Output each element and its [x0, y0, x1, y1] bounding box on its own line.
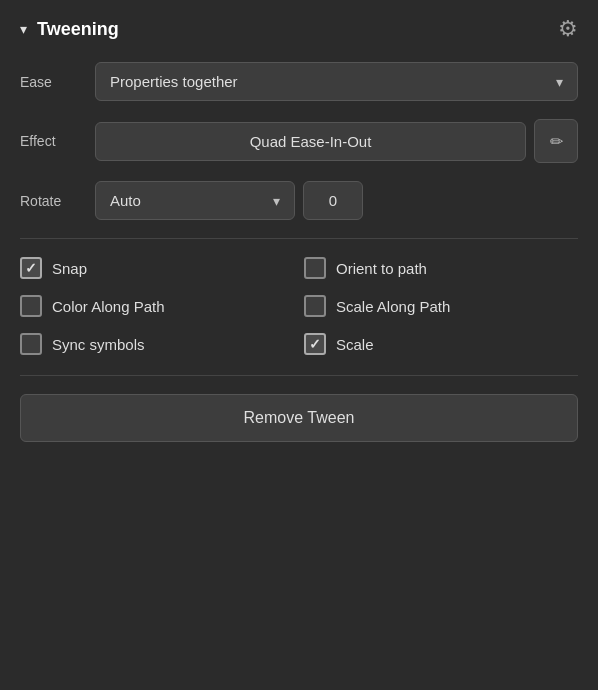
checkmark-scale: ✓ — [309, 336, 321, 352]
panel-header-left: ▾ Tweening — [20, 19, 119, 40]
remove-tween-button[interactable]: Remove Tween — [20, 394, 578, 442]
panel-title: Tweening — [37, 19, 119, 40]
effect-value: Quad Ease-In-Out — [250, 133, 372, 150]
checkbox-orient-to-path-label: Orient to path — [336, 260, 427, 277]
checkbox-orient-to-path-box[interactable] — [304, 257, 326, 279]
checkbox-sync-symbols-box[interactable] — [20, 333, 42, 355]
checkbox-color-along-path-box[interactable] — [20, 295, 42, 317]
collapse-icon[interactable]: ▾ — [20, 21, 27, 37]
checkbox-scale[interactable]: ✓ Scale — [304, 333, 578, 355]
checkbox-orient-to-path[interactable]: Orient to path — [304, 257, 578, 279]
effect-label: Effect — [20, 133, 95, 149]
checkbox-snap-box[interactable]: ✓ — [20, 257, 42, 279]
checkbox-scale-label: Scale — [336, 336, 374, 353]
divider-2 — [20, 375, 578, 376]
checkbox-color-along-path-label: Color Along Path — [52, 298, 165, 315]
rotate-number[interactable]: 0 — [303, 181, 363, 220]
checkbox-scale-along-path-box[interactable] — [304, 295, 326, 317]
rotate-dropdown-arrow: ▾ — [273, 193, 280, 209]
checkbox-scale-along-path-label: Scale Along Path — [336, 298, 450, 315]
checkboxes-section: ✓ Snap Orient to path Color Along Path — [20, 257, 578, 355]
ease-dropdown-arrow: ▾ — [556, 74, 563, 90]
checkbox-scale-along-path[interactable]: Scale Along Path — [304, 295, 578, 317]
gear-icon[interactable]: ⚙ — [558, 16, 578, 42]
rotate-dropdown[interactable]: Auto ▾ — [95, 181, 295, 220]
checkmark-snap: ✓ — [25, 260, 37, 276]
ease-dropdown[interactable]: Properties together ▾ — [95, 62, 578, 101]
divider-1 — [20, 238, 578, 239]
checkbox-snap-label: Snap — [52, 260, 87, 277]
checkbox-sync-symbols-label: Sync symbols — [52, 336, 145, 353]
ease-value: Properties together — [110, 73, 238, 90]
checkbox-sync-symbols[interactable]: Sync symbols — [20, 333, 294, 355]
effect-row: Effect Quad Ease-In-Out ✏ — [20, 119, 578, 163]
rotate-label: Rotate — [20, 193, 95, 209]
effect-edit-button[interactable]: ✏ — [534, 119, 578, 163]
rotate-row: Rotate Auto ▾ 0 — [20, 181, 578, 220]
effect-dropdown[interactable]: Quad Ease-In-Out — [95, 122, 526, 161]
ease-label: Ease — [20, 74, 95, 90]
edit-icon: ✏ — [550, 132, 563, 151]
rotate-value: Auto — [110, 192, 141, 209]
checkbox-grid: ✓ Snap Orient to path Color Along Path — [20, 257, 578, 355]
ease-row: Ease Properties together ▾ — [20, 62, 578, 101]
checkbox-snap[interactable]: ✓ Snap — [20, 257, 294, 279]
remove-tween-label: Remove Tween — [244, 409, 355, 427]
rotate-number-value: 0 — [329, 192, 337, 209]
tweening-panel: ▾ Tweening ⚙ Ease Properties together ▾ … — [0, 0, 598, 462]
checkbox-color-along-path[interactable]: Color Along Path — [20, 295, 294, 317]
panel-header: ▾ Tweening ⚙ — [20, 16, 578, 42]
checkbox-scale-box[interactable]: ✓ — [304, 333, 326, 355]
